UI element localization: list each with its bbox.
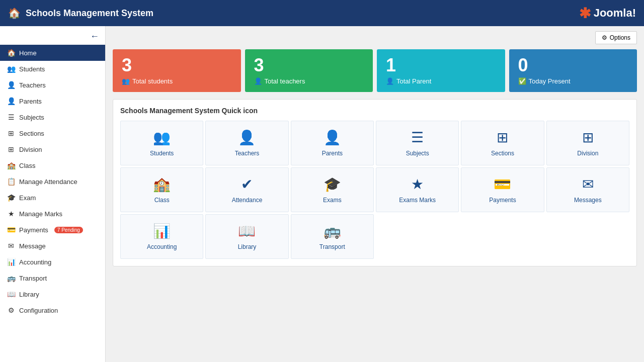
quick-item-students[interactable]: 👥 Students: [120, 121, 203, 165]
quick-label-payments: Payments: [489, 197, 516, 204]
options-button[interactable]: ⚙ Options: [595, 31, 637, 44]
sidebar-item-message[interactable]: ✉ Message: [0, 238, 105, 254]
sidebar-icon-students: 👥: [7, 65, 15, 73]
stat-card-total-teachers: 3 👤 Total teachers: [245, 49, 373, 92]
sidebar-item-transport[interactable]: 🚌 Transport: [0, 270, 105, 286]
options-bar: ⚙ Options: [113, 31, 637, 44]
quick-label-attendance: Attendance: [232, 197, 263, 204]
sidebar-item-home[interactable]: 🏠 Home: [0, 45, 105, 61]
quick-item-payments[interactable]: 💳 Payments: [461, 167, 544, 212]
quick-label-class: Class: [154, 197, 170, 204]
sidebar-toggle-button[interactable]: ←: [90, 31, 99, 42]
stat-card-total-parent: 1 👤 Total Parent: [377, 49, 505, 92]
quick-label-subjects: Subjects: [406, 150, 429, 157]
quick-item-exams[interactable]: 🎓 Exams: [291, 167, 374, 212]
stat-icon-total-teachers: 👤: [254, 77, 262, 85]
quick-label-accounting: Accounting: [147, 243, 177, 250]
sidebar-icon-exam: 🎓: [7, 194, 15, 202]
sidebar-icon-subjects: ☰: [7, 113, 15, 121]
sidebar-icon-division: ⊞: [7, 145, 15, 153]
sidebar-label-message: Message: [19, 242, 46, 250]
stat-card-total-students: 3 👥 Total students: [113, 49, 241, 92]
sidebar-label-teachers: Teachers: [19, 81, 46, 89]
sidebar-item-students[interactable]: 👥 Students: [0, 61, 105, 77]
sidebar-item-configuration[interactable]: ⚙ Configuration: [0, 302, 105, 318]
main-layout: ← 🏠 Home 👥 Students 👤 Teachers 👤 Parents…: [0, 26, 644, 362]
sidebar-item-payments[interactable]: 💳 Payments 7 Pending: [0, 222, 105, 238]
sidebar-icon-transport: 🚌: [7, 274, 15, 282]
quick-icon-transport: 🚌: [324, 223, 341, 239]
sidebar-label-division: Division: [19, 146, 42, 153]
quick-item-subjects[interactable]: ☰ Subjects: [376, 121, 459, 165]
quick-label-exams-marks: Exams Marks: [399, 197, 436, 204]
quick-item-transport[interactable]: 🚌 Transport: [291, 214, 374, 259]
sidebar-icon-payments: 💳: [7, 226, 15, 234]
sidebar-item-accounting[interactable]: 📊 Accounting: [0, 254, 105, 270]
sidebar-icon-accounting: 📊: [7, 258, 15, 266]
quick-section: Schools Management System Quick icon 👥 S…: [113, 99, 637, 266]
sidebar-icon-manage-attendance: 📋: [7, 177, 15, 186]
joomla-text: Joomla!: [594, 7, 636, 20]
stat-label-today-present: ✅ Today Present: [518, 77, 628, 85]
quick-label-exams: Exams: [323, 197, 342, 204]
sidebar-label-exam: Exam: [19, 194, 36, 202]
quick-item-sections[interactable]: ⊞ Sections: [461, 121, 544, 165]
sidebar-item-sections[interactable]: ⊞ Sections: [0, 125, 105, 141]
sidebar-item-class[interactable]: 🏫 Class: [0, 157, 105, 173]
sidebar-item-manage-marks[interactable]: ★ Manage Marks: [0, 206, 105, 222]
quick-icon-class: 🏫: [153, 176, 171, 193]
sidebar-icon-parents: 👤: [7, 97, 15, 105]
quick-item-attendance[interactable]: ✔ Attendance: [205, 167, 288, 212]
quick-label-library: Library: [238, 243, 257, 250]
stat-number-total-teachers: 3: [254, 56, 364, 74]
sidebar-label-students: Students: [19, 65, 45, 73]
sidebar-label-configuration: Configuration: [19, 307, 58, 314]
quick-item-teachers[interactable]: 👤 Teachers: [205, 121, 288, 165]
stat-label-total-students: 👥 Total students: [122, 77, 232, 85]
sidebar-item-division[interactable]: ⊞ Division: [0, 141, 105, 157]
navbar-brand: 🏠 Schools Management System: [8, 7, 153, 19]
quick-item-accounting[interactable]: 📊 Accounting: [120, 214, 203, 259]
quick-item-messages[interactable]: ✉ Messages: [546, 167, 629, 212]
quick-icon-accounting: 📊: [153, 223, 171, 239]
quick-icon-students: 👥: [153, 129, 171, 146]
stats-row: 3 👥 Total students 3 👤 Total teachers 1 …: [113, 49, 637, 92]
sidebar-item-parents[interactable]: 👤 Parents: [0, 93, 105, 109]
navbar-title: Schools Management System: [26, 8, 153, 19]
sidebar-item-exam[interactable]: 🎓 Exam: [0, 190, 105, 206]
sidebar-icon-home: 🏠: [7, 49, 15, 57]
sidebar-label-class: Class: [19, 162, 36, 169]
options-icon: ⚙: [602, 34, 607, 41]
quick-item-library[interactable]: 📖 Library: [205, 214, 288, 259]
quick-icon-payments: 💳: [494, 176, 511, 193]
sidebar-icon-configuration: ⚙: [7, 306, 15, 314]
sidebar-item-manage-attendance[interactable]: 📋 Manage Attendance: [0, 173, 105, 190]
quick-icon-parents: 👤: [324, 129, 341, 146]
sidebar-items-container: 🏠 Home 👥 Students 👤 Teachers 👤 Parents ☰…: [0, 45, 105, 318]
joomla-symbol-icon: ✱: [579, 5, 591, 22]
sidebar-item-library[interactable]: 📖 Library: [0, 286, 105, 302]
quick-item-class[interactable]: 🏫 Class: [120, 167, 203, 212]
stat-icon-total-parent: 👤: [386, 77, 394, 85]
quick-grid: 👥 Students 👤 Teachers 👤 Parents ☰ Subjec…: [120, 121, 629, 259]
sidebar-icon-manage-marks: ★: [7, 210, 15, 218]
sidebar-label-home: Home: [19, 49, 37, 57]
sidebar: ← 🏠 Home 👥 Students 👤 Teachers 👤 Parents…: [0, 26, 106, 362]
joomla-logo: ✱ Joomla!: [579, 5, 636, 22]
quick-item-exams-marks[interactable]: ★ Exams Marks: [376, 167, 459, 212]
sidebar-icon-library: 📖: [7, 290, 15, 298]
quick-section-title: Schools Management System Quick icon: [120, 107, 629, 115]
sidebar-icon-sections: ⊞: [7, 129, 15, 137]
top-navbar: 🏠 Schools Management System ✱ Joomla!: [0, 0, 644, 26]
quick-label-parents: Parents: [322, 150, 343, 157]
stat-label-total-teachers: 👤 Total teachers: [254, 77, 364, 85]
sidebar-toggle-area: ←: [0, 26, 105, 45]
quick-item-parents[interactable]: 👤 Parents: [291, 121, 374, 165]
quick-icon-exams: 🎓: [324, 176, 341, 193]
sidebar-item-subjects[interactable]: ☰ Subjects: [0, 109, 105, 125]
sidebar-item-teachers[interactable]: 👤 Teachers: [0, 77, 105, 93]
quick-icon-exams-marks: ★: [411, 176, 424, 193]
quick-item-division[interactable]: ⊞ Division: [546, 121, 629, 165]
stat-label-total-parent: 👤 Total Parent: [386, 77, 496, 85]
stat-card-today-present: 0 ✅ Today Present: [509, 49, 637, 92]
